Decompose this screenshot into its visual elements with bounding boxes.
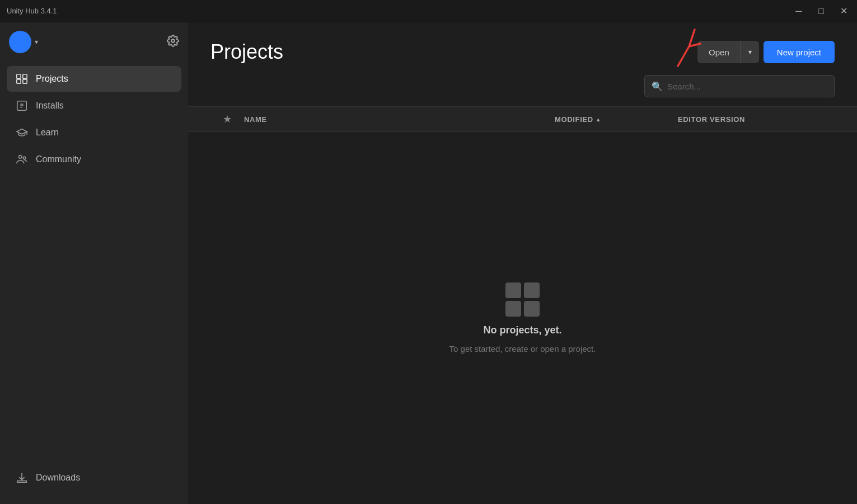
avatar-chevron-icon: ▾	[35, 38, 38, 46]
search-input[interactable]	[667, 82, 827, 91]
search-icon: 🔍	[652, 81, 663, 92]
sort-arrow-icon: ▲	[596, 116, 602, 123]
sidebar-bottom: Downloads	[0, 456, 188, 504]
col-editor-header: EDITOR VERSION	[678, 115, 835, 124]
empty-icon-cell-3	[505, 301, 521, 317]
downloads-icon	[16, 472, 28, 484]
sidebar-item-learn-label: Learn	[36, 128, 59, 138]
svg-rect-4	[17, 79, 21, 83]
col-modified-header[interactable]: MODIFIED ▲	[555, 115, 678, 124]
maximize-button[interactable]: □	[814, 4, 828, 18]
sidebar-item-projects-label: Projects	[36, 74, 68, 84]
window-controls: ─ □ ✕	[792, 4, 850, 18]
close-button[interactable]: ✕	[837, 4, 850, 18]
sidebar-item-downloads-label: Downloads	[36, 473, 80, 483]
app-title: Unity Hub 3.4.1	[7, 7, 57, 15]
sidebar-header: ▾	[0, 22, 188, 62]
col-name-header[interactable]: NAME	[244, 115, 555, 124]
empty-state-title: No projects, yet.	[483, 324, 561, 336]
main-content: Projects Open ▾ New project 🔍 ★ NAME MOD…	[188, 22, 857, 504]
empty-state-subtitle: To get started, create or open a project…	[449, 344, 596, 354]
installs-icon	[16, 100, 28, 112]
search-bar-wrapper: 🔍	[188, 75, 857, 106]
svg-point-1	[171, 39, 175, 43]
app-body: ▾ Projects	[0, 22, 857, 504]
new-project-button[interactable]: New project	[764, 41, 835, 63]
open-button[interactable]: Open	[697, 41, 741, 63]
svg-rect-5	[23, 79, 27, 83]
table-header: ★ NAME MODIFIED ▲ EDITOR VERSION	[188, 106, 857, 132]
gear-icon	[167, 35, 179, 47]
chevron-down-icon: ▾	[748, 48, 752, 56]
minimize-button[interactable]: ─	[792, 4, 806, 18]
svg-point-7	[19, 156, 22, 159]
svg-rect-2	[17, 74, 21, 78]
avatar	[9, 31, 31, 53]
settings-button[interactable]	[167, 35, 179, 50]
col-star-header: ★	[210, 113, 244, 125]
community-icon	[16, 153, 28, 166]
open-dropdown-button[interactable]: ▾	[741, 41, 759, 63]
svg-point-8	[23, 157, 26, 159]
sidebar-item-projects[interactable]: Projects	[7, 66, 181, 92]
sidebar-item-community-label: Community	[36, 154, 81, 164]
star-icon: ★	[223, 113, 232, 125]
sidebar-item-installs-label: Installs	[36, 101, 64, 111]
empty-icon-cell-2	[524, 282, 540, 298]
sidebar: ▾ Projects	[0, 22, 188, 504]
title-bar: Unity Hub 3.4.1 ─ □ ✕	[0, 0, 857, 22]
learn-icon	[16, 126, 28, 139]
main-header: Projects Open ▾ New project	[188, 22, 857, 75]
sidebar-item-downloads[interactable]: Downloads	[7, 465, 181, 491]
page-title: Projects	[210, 40, 283, 64]
empty-icon-cell-1	[505, 282, 521, 298]
sidebar-item-community[interactable]: Community	[7, 147, 181, 172]
empty-icon-cell-4	[524, 301, 540, 317]
sidebar-item-installs[interactable]: Installs	[7, 93, 181, 119]
svg-rect-3	[23, 74, 27, 78]
projects-icon	[16, 73, 28, 85]
sidebar-item-learn[interactable]: Learn	[7, 120, 181, 145]
empty-state: No projects, yet. To get started, create…	[188, 132, 857, 504]
avatar-wrapper[interactable]: ▾	[9, 31, 38, 53]
header-actions: Open ▾ New project	[697, 41, 835, 63]
sidebar-nav: Projects Installs	[0, 62, 188, 456]
empty-icon	[505, 282, 540, 317]
search-bar: 🔍	[644, 75, 835, 97]
